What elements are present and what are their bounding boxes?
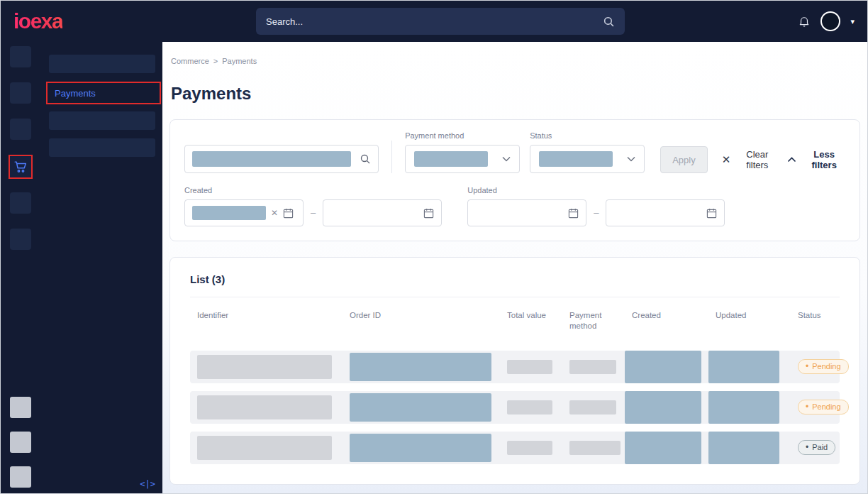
- sidebar-item-4[interactable]: [49, 138, 155, 157]
- page-title: Payments: [171, 84, 860, 104]
- sidebar-bottom-2[interactable]: [10, 432, 31, 453]
- status-value: [539, 151, 613, 167]
- topbar-right: ▾: [798, 11, 855, 31]
- filters-panel: Payment method Status: [169, 119, 860, 241]
- calendar-icon[interactable]: [423, 208, 434, 219]
- updated-value: [708, 391, 779, 424]
- payment-method-value: [569, 400, 616, 415]
- app-logo[interactable]: ioexa: [13, 9, 62, 33]
- status-badge: Pending: [798, 359, 849, 374]
- column-created: Created: [625, 310, 708, 331]
- app-window: ioexa ▾: [0, 0, 868, 494]
- sidebar-module-3[interactable]: [10, 119, 31, 140]
- chevron-up-icon: [787, 157, 796, 163]
- filters-row-1: Payment method Status: [184, 131, 845, 173]
- user-avatar[interactable]: [820, 11, 840, 31]
- calendar-icon[interactable]: [706, 208, 717, 219]
- filter-divider: [391, 141, 392, 173]
- notifications-bell-icon[interactable]: [798, 15, 811, 28]
- updated-to-input[interactable]: [606, 199, 725, 226]
- user-menu-caret-icon[interactable]: ▾: [850, 18, 855, 26]
- secondary-sidebar: Payments <|>: [40, 42, 162, 493]
- sidebar-item-3[interactable]: [49, 111, 155, 130]
- updated-value: [708, 351, 779, 383]
- top-bar: ioexa ▾: [1, 1, 867, 42]
- app-body: Payments <|> Commerce > Payments Payment…: [1, 42, 867, 493]
- status-select[interactable]: [530, 145, 645, 173]
- breadcrumb-commerce[interactable]: Commerce: [171, 57, 209, 65]
- sidebar-bottom-1[interactable]: [10, 397, 31, 418]
- status-field: Status: [530, 131, 645, 173]
- created-from-field: Created ✕: [184, 186, 304, 226]
- table-row[interactable]: Pending: [190, 351, 840, 383]
- sidebar-module-5[interactable]: [10, 192, 31, 214]
- sidebar-item-payments[interactable]: Payments: [46, 82, 161, 104]
- sidebar-module-6[interactable]: [10, 229, 31, 250]
- cart-icon: [13, 159, 28, 175]
- status-label: Status: [530, 131, 645, 140]
- total-value: [507, 441, 552, 455]
- table-header: Identifier Order ID Total value Payment …: [190, 297, 840, 343]
- column-total-value: Total value: [500, 310, 562, 331]
- list-title: List (3): [190, 270, 840, 297]
- payment-method-field: Payment method: [405, 131, 520, 173]
- clear-date-icon[interactable]: ✕: [271, 208, 278, 218]
- sidebar-module-commerce[interactable]: [9, 155, 33, 179]
- order-id-value: [350, 393, 491, 422]
- created-value: [625, 391, 701, 424]
- calendar-icon[interactable]: [283, 208, 294, 219]
- total-value: [507, 400, 552, 415]
- less-filters-label: Less filters: [803, 149, 845, 170]
- filter-search-value: [192, 151, 351, 167]
- close-icon: ✕: [722, 153, 731, 166]
- updated-range-dash: –: [594, 207, 599, 218]
- table-row[interactable]: Pending: [190, 391, 840, 424]
- apply-button[interactable]: Apply: [660, 146, 708, 173]
- created-from-value: [192, 206, 266, 220]
- sidebar-bottom-3[interactable]: [10, 466, 31, 488]
- payment-method-value: [569, 441, 621, 455]
- created-range-dash: –: [311, 207, 316, 218]
- payment-method-select[interactable]: [405, 145, 520, 173]
- filters-row-2: Created ✕ –: [184, 186, 845, 226]
- updated-from-input[interactable]: [467, 199, 586, 226]
- column-identifier: Identifier: [190, 310, 343, 331]
- sidebar-module-2[interactable]: [10, 82, 31, 104]
- calendar-icon[interactable]: [568, 208, 579, 219]
- sidebar-collapse-icon[interactable]: <|>: [140, 479, 155, 489]
- filter-search-input[interactable]: [184, 145, 379, 173]
- identifier-value: [197, 395, 332, 419]
- main-content: Commerce > Payments Payments Payment: [162, 42, 867, 493]
- total-value: [507, 360, 552, 374]
- column-status: Status: [791, 310, 840, 331]
- created-value: [625, 432, 701, 464]
- updated-value: [708, 432, 779, 464]
- topbar-left: ioexa: [13, 9, 256, 33]
- identifier-value: [197, 436, 332, 460]
- created-label: Created: [184, 186, 304, 194]
- sidebar-module-1[interactable]: [10, 46, 31, 67]
- created-to-input[interactable]: [323, 199, 442, 226]
- breadcrumb-separator: >: [213, 57, 218, 65]
- global-search[interactable]: [256, 8, 625, 35]
- payment-method-value: [414, 151, 488, 167]
- updated-label: Updated: [467, 186, 586, 194]
- breadcrumb-payments[interactable]: Payments: [222, 57, 257, 65]
- column-order-id: Order ID: [343, 310, 500, 331]
- table-row[interactable]: Paid: [190, 432, 840, 464]
- order-id-value: [350, 353, 491, 381]
- status-badge: Pending: [798, 400, 849, 415]
- breadcrumb: Commerce > Payments: [171, 57, 860, 65]
- created-value: [625, 351, 701, 383]
- created-from-input[interactable]: ✕: [184, 199, 304, 226]
- identifier-value: [197, 355, 332, 379]
- search-icon: [603, 16, 615, 28]
- global-search-input[interactable]: [266, 16, 603, 27]
- chevron-down-icon: [627, 156, 635, 162]
- clear-filters-button[interactable]: ✕ Clear filters: [722, 146, 778, 173]
- less-filters-button[interactable]: Less filters: [787, 146, 845, 173]
- payments-list-panel: List (3) Identifier Order ID Total value…: [169, 257, 860, 485]
- sidebar-item-1[interactable]: [49, 55, 155, 73]
- chevron-down-icon: [502, 156, 511, 162]
- order-id-value: [350, 434, 491, 462]
